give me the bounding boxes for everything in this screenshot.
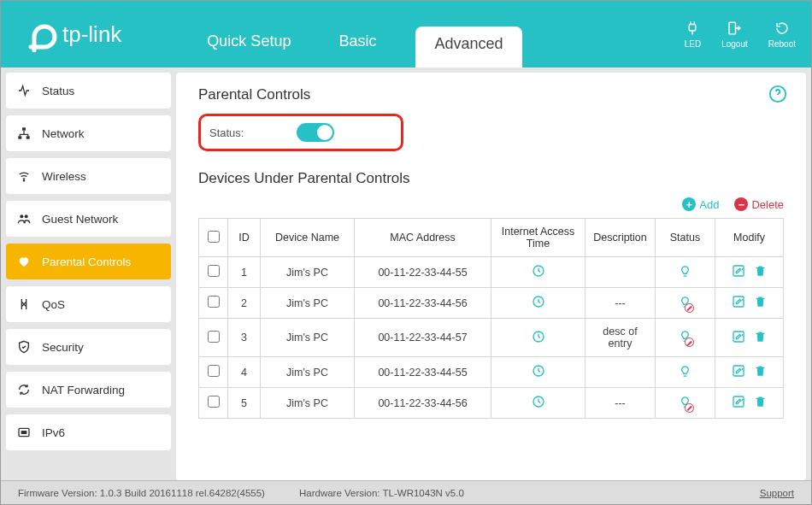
bulb-icon <box>679 365 691 380</box>
sidebar-item-label: Network <box>42 127 85 140</box>
cell-access-time[interactable] <box>491 319 585 357</box>
svg-rect-14 <box>733 297 744 307</box>
network-icon <box>16 126 32 140</box>
row-checkbox[interactable] <box>208 296 220 308</box>
main-tabs: Quick Setup Basic Advanced <box>198 1 521 68</box>
devices-title: Devices Under Parental Controls <box>198 170 784 187</box>
cell-device-name: Jim's PC <box>261 319 355 357</box>
tab-basic[interactable]: Basic <box>330 23 385 68</box>
row-checkbox[interactable] <box>208 396 220 408</box>
cell-status[interactable] <box>656 319 715 357</box>
cell-modify <box>715 388 784 419</box>
led-label: LED <box>685 39 701 49</box>
sidebar-item-label: Security <box>42 341 84 354</box>
devices-table: ID Device Name MAC Address Internet Acce… <box>198 218 784 419</box>
reboot-icon <box>768 21 796 38</box>
sidebar-item-label: QoS <box>42 298 65 311</box>
cell-status[interactable] <box>656 388 715 419</box>
svg-rect-12 <box>733 266 744 276</box>
sidebar-item-parental-controls[interactable]: Parental Controls <box>6 244 171 279</box>
cell-access-time[interactable] <box>491 357 585 388</box>
sidebar-item-ipv6[interactable]: IPv6 <box>6 414 171 450</box>
trash-icon[interactable] <box>754 395 767 411</box>
svg-rect-3 <box>18 136 21 138</box>
cell-description <box>585 357 656 388</box>
table-row: 4Jim's PC00-11-22-33-44-55 <box>199 357 784 388</box>
cell-id: 1 <box>228 257 261 288</box>
table-header-row: ID Device Name MAC Address Internet Acce… <box>199 219 784 257</box>
cell-mac: 00-11-22-33-44-55 <box>355 357 491 388</box>
edit-icon[interactable] <box>732 395 745 411</box>
footer: Firmware Version: 1.0.3 Build 20161118 r… <box>1 480 811 504</box>
cell-id: 4 <box>228 357 261 388</box>
edit-icon[interactable] <box>732 295 745 311</box>
cell-device-name: Jim's PC <box>261 357 355 388</box>
support-link[interactable]: Support <box>760 488 794 498</box>
logout-icon <box>721 21 748 38</box>
logout-button[interactable]: Logout <box>721 21 748 49</box>
delete-label: Delete <box>751 198 784 211</box>
col-id: ID <box>228 219 261 257</box>
trash-icon[interactable] <box>754 364 767 380</box>
clock-icon <box>532 368 545 380</box>
logout-label: Logout <box>721 39 748 49</box>
sidebar-item-security[interactable]: Security <box>6 329 171 365</box>
sidebar-item-network[interactable]: Network <box>6 115 171 151</box>
cell-access-time[interactable] <box>491 388 585 419</box>
plus-icon: + <box>682 197 696 211</box>
trash-icon[interactable] <box>754 264 767 280</box>
cell-access-time[interactable] <box>491 257 585 288</box>
page-title: Parental Controls <box>198 86 784 103</box>
cell-description: --- <box>585 288 656 319</box>
sidebar-item-wireless[interactable]: Wireless <box>6 158 171 194</box>
brand-name: tp-link <box>62 21 121 48</box>
trash-icon[interactable] <box>754 330 767 346</box>
status-highlight-box: Status: <box>198 114 403 151</box>
led-button[interactable]: LED <box>685 21 701 49</box>
wifi-icon <box>16 169 32 183</box>
plug-icon <box>685 21 701 38</box>
svg-rect-2 <box>22 127 26 130</box>
clock-icon <box>532 299 545 311</box>
sidebar-item-status[interactable]: Status <box>6 73 171 109</box>
cell-status[interactable] <box>656 288 715 319</box>
row-checkbox[interactable] <box>208 331 220 343</box>
svg-rect-9 <box>21 431 27 434</box>
minus-icon: − <box>734 197 748 211</box>
activity-icon <box>16 84 32 97</box>
add-button[interactable]: + Add <box>682 197 719 211</box>
sidebar-item-guest-network[interactable]: Guest Network <box>6 201 171 237</box>
cell-description <box>585 257 656 288</box>
select-all-checkbox[interactable] <box>208 231 220 243</box>
cell-modify <box>715 319 784 357</box>
col-access-time: Internet Access Time <box>491 219 585 257</box>
ipv6-icon <box>16 426 32 439</box>
reboot-button[interactable]: Reboot <box>768 21 796 49</box>
sidebar-item-nat-forwarding[interactable]: NAT Forwarding <box>6 372 171 408</box>
cell-status[interactable] <box>656 257 715 288</box>
nat-icon <box>16 383 32 396</box>
tab-advanced[interactable]: Advanced <box>415 26 521 68</box>
status-toggle[interactable] <box>297 123 334 142</box>
add-label: Add <box>699 198 719 211</box>
col-modify: Modify <box>715 219 784 257</box>
delete-button[interactable]: − Delete <box>734 197 784 211</box>
sidebar-item-qos[interactable]: QoS <box>6 286 171 322</box>
trash-icon[interactable] <box>754 295 767 311</box>
cell-access-time[interactable] <box>491 288 585 319</box>
cell-modify <box>715 288 784 319</box>
edit-icon[interactable] <box>732 264 745 280</box>
sidebar-item-label: Parental Controls <box>42 255 131 268</box>
cell-id: 5 <box>228 388 261 419</box>
svg-rect-1 <box>729 22 736 34</box>
row-checkbox[interactable] <box>208 365 220 377</box>
edit-icon[interactable] <box>732 330 745 346</box>
edit-icon[interactable] <box>732 364 745 380</box>
cell-status[interactable] <box>656 357 715 388</box>
cell-id: 2 <box>228 288 261 319</box>
svg-rect-4 <box>26 136 30 138</box>
help-icon[interactable] <box>768 85 787 107</box>
row-checkbox[interactable] <box>208 265 220 277</box>
tab-quick-setup[interactable]: Quick Setup <box>198 23 299 68</box>
qos-icon <box>16 297 32 311</box>
